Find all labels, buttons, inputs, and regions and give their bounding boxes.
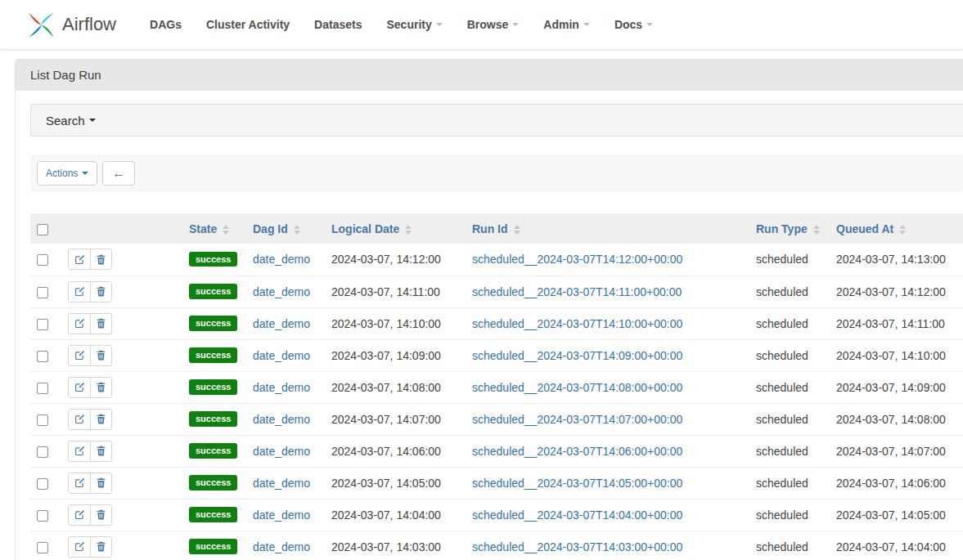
dag-id-link[interactable]: date_demo xyxy=(253,381,310,394)
back-button[interactable]: ← xyxy=(102,161,135,186)
run-type-cell: scheduled xyxy=(749,403,830,435)
logical-date-cell: 2024-03-07, 14:06:00 xyxy=(325,435,466,467)
sort-icon xyxy=(223,225,229,235)
delete-button[interactable] xyxy=(90,346,111,365)
edit-pencil-icon xyxy=(74,477,85,488)
row-checkbox[interactable] xyxy=(37,542,48,553)
run-id-link[interactable]: scheduled__2024-03-07T14:11:00+00:00 xyxy=(472,285,682,298)
delete-button[interactable] xyxy=(90,537,111,557)
edit-button[interactable] xyxy=(69,378,90,397)
row-checkbox[interactable] xyxy=(37,319,48,330)
delete-button[interactable] xyxy=(90,378,111,397)
nav-item-docs[interactable]: Docs xyxy=(602,18,665,31)
run-id-link[interactable]: scheduled__2024-03-07T14:07:00+00:00 xyxy=(472,413,682,426)
edit-pencil-icon xyxy=(74,414,85,424)
dag-id-link[interactable]: date_demo xyxy=(253,285,310,298)
column-header-queued-at[interactable]: Queued At xyxy=(830,213,963,244)
row-checkbox[interactable] xyxy=(37,478,48,490)
delete-button[interactable] xyxy=(90,282,111,302)
column-header-run-type[interactable]: Run Type xyxy=(749,213,830,244)
row-checkbox[interactable] xyxy=(37,254,48,266)
nav-item-dags[interactable]: DAGs xyxy=(137,18,194,31)
row-checkbox[interactable] xyxy=(37,287,48,298)
delete-button[interactable] xyxy=(90,441,111,461)
nav-item-datasets[interactable]: Datasets xyxy=(302,18,374,31)
column-header-state[interactable]: State xyxy=(182,213,246,244)
row-checkbox[interactable] xyxy=(37,351,48,362)
dag-id-link[interactable]: date_demo xyxy=(253,508,310,522)
dag-id-link[interactable]: date_demo xyxy=(253,445,310,458)
run-id-link[interactable]: scheduled__2024-03-07T14:05:00+00:00 xyxy=(472,477,682,490)
row-checkbox[interactable] xyxy=(37,446,48,458)
dag-id-link[interactable]: date_demo xyxy=(253,540,310,553)
edit-pencil-icon xyxy=(74,350,85,361)
airflow-logo[interactable]: Airflow xyxy=(27,11,116,39)
delete-button[interactable] xyxy=(90,410,111,429)
edit-button[interactable] xyxy=(69,282,90,302)
run-id-link[interactable]: scheduled__2024-03-07T14:04:00+00:00 xyxy=(472,508,682,522)
column-header-label: Queued At xyxy=(836,222,893,235)
dag-id-link[interactable]: date_demo xyxy=(253,253,310,266)
row-checkbox[interactable] xyxy=(37,510,48,522)
dag-id-link[interactable]: date_demo xyxy=(253,349,310,362)
edit-button[interactable] xyxy=(69,473,90,493)
trash-icon xyxy=(96,509,106,520)
nav-item-label: Docs xyxy=(614,18,642,31)
sort-icon xyxy=(813,225,820,235)
edit-button[interactable] xyxy=(69,505,90,525)
actions-dropdown-button[interactable]: Actions xyxy=(37,161,97,186)
run-id-link[interactable]: scheduled__2024-03-07T14:09:00+00:00 xyxy=(472,349,682,362)
row-checkbox[interactable] xyxy=(37,414,48,426)
run-id-link[interactable]: scheduled__2024-03-07T14:08:00+00:00 xyxy=(472,381,682,394)
edit-button[interactable] xyxy=(69,537,90,557)
nav-item-admin[interactable]: Admin xyxy=(531,18,602,31)
dag-id-link[interactable]: date_demo xyxy=(253,413,310,426)
column-header-label: Logical Date xyxy=(331,222,399,235)
select-all-checkbox[interactable] xyxy=(37,224,48,235)
edit-button[interactable] xyxy=(69,249,90,269)
run-id-link[interactable]: scheduled__2024-03-07T14:06:00+00:00 xyxy=(472,445,682,458)
column-header-label: State xyxy=(189,222,217,235)
run-type-cell: scheduled xyxy=(749,307,830,339)
table-row: success date_demo 2024-03-07, 14:07:00 s… xyxy=(30,403,963,435)
run-id-link[interactable]: scheduled__2024-03-07T14:12:00+00:00 xyxy=(472,253,682,266)
column-header-run-id[interactable]: Run Id xyxy=(466,213,749,244)
edit-button[interactable] xyxy=(69,346,90,365)
nav-item-label: Security xyxy=(386,18,431,31)
trash-icon xyxy=(96,541,106,552)
edit-button[interactable] xyxy=(69,441,90,461)
logical-date-cell: 2024-03-07, 14:10:00 xyxy=(325,307,466,339)
row-checkbox[interactable] xyxy=(37,383,48,394)
trash-icon xyxy=(96,414,106,424)
dag-id-link[interactable]: date_demo xyxy=(253,317,310,330)
queued-at-cell: 2024-03-07, 14:04:00 xyxy=(830,531,963,560)
dag-id-link[interactable]: date_demo xyxy=(253,477,310,490)
edit-button[interactable] xyxy=(69,314,90,334)
brand-name: Airflow xyxy=(62,14,116,35)
logical-date-cell: 2024-03-07, 14:03:00 xyxy=(325,531,466,560)
edit-pencil-icon xyxy=(74,254,85,265)
column-header-logical-date[interactable]: Logical Date xyxy=(325,213,466,244)
table-row: success date_demo 2024-03-07, 14:08:00 s… xyxy=(30,371,963,403)
nav-item-browse[interactable]: Browse xyxy=(455,18,532,31)
delete-button[interactable] xyxy=(90,505,111,525)
nav-item-cluster-activity[interactable]: Cluster Activity xyxy=(194,18,302,31)
delete-button[interactable] xyxy=(90,314,111,334)
run-type-cell: scheduled xyxy=(749,499,830,531)
nav-item-security[interactable]: Security xyxy=(374,18,454,31)
column-header-dag-id[interactable]: Dag Id xyxy=(246,213,325,244)
search-dropdown[interactable]: Search xyxy=(30,104,963,137)
table-row: success date_demo 2024-03-07, 14:04:00 s… xyxy=(30,499,963,531)
navbar: Airflow DAGsCluster ActivityDatasetsSecu… xyxy=(0,0,963,50)
edit-button[interactable] xyxy=(69,410,90,429)
status-badge: success xyxy=(189,539,237,553)
delete-button[interactable] xyxy=(90,473,111,493)
actions-label: Actions xyxy=(46,168,78,179)
nav-item-label: Browse xyxy=(467,18,509,31)
delete-button[interactable] xyxy=(90,249,111,269)
column-header-label: Dag Id xyxy=(253,222,288,235)
queued-at-cell: 2024-03-07, 14:10:00 xyxy=(830,339,963,371)
run-id-link[interactable]: scheduled__2024-03-07T14:10:00+00:00 xyxy=(472,317,682,330)
run-type-cell: scheduled xyxy=(749,531,830,560)
run-id-link[interactable]: scheduled__2024-03-07T14:03:00+00:00 xyxy=(472,540,682,553)
